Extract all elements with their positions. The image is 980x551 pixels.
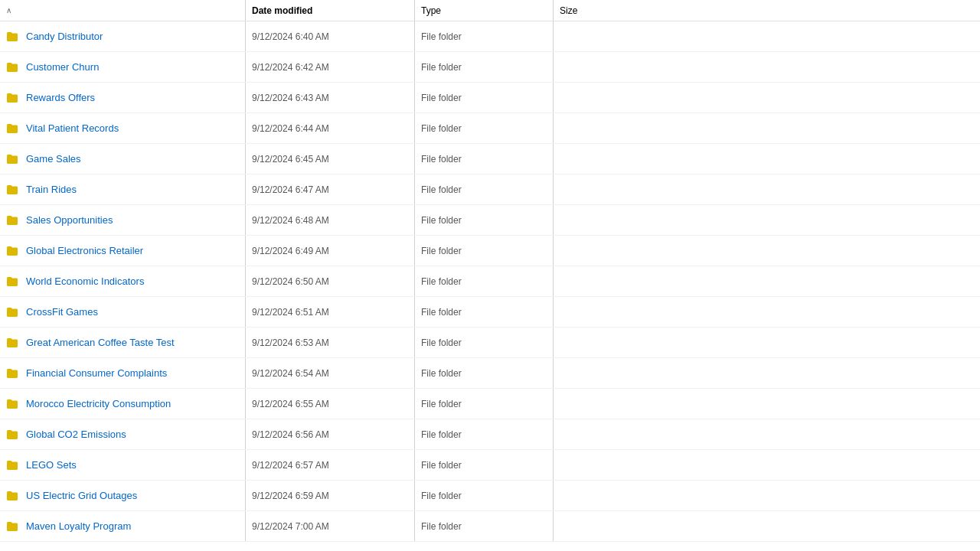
folder-icon-wrapper — [6, 122, 18, 135]
file-type: File folder — [415, 460, 553, 471]
folder-icon — [6, 92, 18, 104]
file-name: Train Rides — [0, 184, 245, 196]
col-header-date[interactable]: Date modified — [246, 5, 414, 16]
file-name-text: Candy Distributor — [26, 31, 103, 42]
file-type: File folder — [415, 93, 553, 103]
row-separator-3 — [553, 450, 554, 480]
table-row[interactable]: Game Sales 9/12/2024 6:45 AM File folder — [0, 144, 980, 174]
file-name: Game Sales — [0, 153, 245, 165]
table-row[interactable]: Global CO2 Emissions 9/12/2024 6:56 AM F… — [0, 419, 980, 450]
file-explorer: ∧ Date modified Type Size Candy Distribu… — [0, 0, 980, 551]
file-date: 9/12/2024 6:56 AM — [246, 429, 414, 440]
file-type: File folder — [415, 246, 553, 256]
folder-icon-wrapper — [6, 306, 18, 318]
folder-icon-wrapper — [6, 153, 18, 165]
table-row[interactable]: Rewards Offers 9/12/2024 6:43 AM File fo… — [0, 83, 980, 113]
row-separator-3 — [553, 266, 554, 296]
file-name-text: World Economic Indicators — [26, 276, 144, 287]
file-date: 9/12/2024 7:00 AM — [246, 521, 414, 532]
row-separator-3 — [553, 205, 554, 235]
table-row[interactable]: Financial Consumer Complaints 9/12/2024 … — [0, 358, 980, 389]
file-type: File folder — [415, 429, 553, 440]
folder-icon-wrapper — [6, 459, 18, 471]
row-separator-3 — [553, 328, 554, 357]
folder-icon-wrapper — [6, 367, 18, 380]
table-row[interactable]: Maven Loyalty Program 9/12/2024 7:00 AM … — [0, 511, 980, 542]
folder-icon-wrapper — [6, 61, 18, 73]
file-type: File folder — [415, 154, 553, 165]
file-name: World Economic Indicators — [0, 276, 245, 288]
file-date: 9/12/2024 6:57 AM — [246, 460, 414, 471]
file-date: 9/12/2024 6:40 AM — [246, 31, 414, 42]
file-name-text: Global CO2 Emissions — [26, 429, 126, 440]
file-type: File folder — [415, 184, 553, 195]
folder-icon — [6, 459, 18, 471]
file-date: 9/12/2024 6:59 AM — [246, 491, 414, 501]
table-row[interactable]: Sales Opportunities 9/12/2024 6:48 AM Fi… — [0, 205, 980, 236]
file-name: Customer Churn — [0, 61, 245, 73]
row-separator-3 — [553, 389, 554, 419]
folder-icon — [6, 153, 18, 165]
file-name-text: Global Electronics Retailer — [26, 245, 143, 256]
table-row[interactable]: Train Rides 9/12/2024 6:47 AM File folde… — [0, 174, 980, 205]
file-name: LEGO Sets — [0, 459, 245, 471]
file-name: Vital Patient Records — [0, 122, 245, 135]
file-list: Candy Distributor 9/12/2024 6:40 AM File… — [0, 21, 980, 551]
table-row[interactable]: Global Electronics Retailer 9/12/2024 6:… — [0, 236, 980, 266]
file-name-text: Vital Patient Records — [26, 122, 119, 134]
folder-icon — [6, 31, 18, 43]
folder-icon-wrapper — [6, 214, 18, 227]
sort-arrow-up: ∧ — [6, 6, 11, 15]
col-header-size: Size — [554, 5, 645, 16]
folder-icon — [6, 276, 18, 288]
folder-icon-wrapper — [6, 429, 18, 441]
file-name-text: Great American Coffee Taste Test — [26, 337, 175, 348]
file-date: 9/12/2024 6:50 AM — [246, 276, 414, 287]
file-type: File folder — [415, 337, 553, 348]
file-name: Financial Consumer Complaints — [0, 367, 245, 380]
row-separator-3 — [553, 481, 554, 510]
row-separator-3 — [553, 297, 554, 327]
table-row[interactable]: Morocco Electricity Consumption 9/12/202… — [0, 389, 980, 419]
file-name-text: Financial Consumer Complaints — [26, 367, 167, 379]
folder-icon — [6, 367, 18, 380]
table-row[interactable]: World Economic Indicators 9/12/2024 6:50… — [0, 266, 980, 297]
file-name-text: Rewards Offers — [26, 92, 95, 103]
file-type: File folder — [415, 521, 553, 532]
row-separator-3 — [553, 174, 554, 204]
file-name-text: Train Rides — [26, 184, 77, 195]
file-date: 9/12/2024 6:49 AM — [246, 246, 414, 256]
row-separator-3 — [553, 144, 554, 174]
folder-icon — [6, 61, 18, 73]
file-date: 9/12/2024 6:48 AM — [246, 215, 414, 226]
table-row[interactable]: CrossFit Games 9/12/2024 6:51 AM File fo… — [0, 297, 980, 328]
folder-icon — [6, 214, 18, 227]
file-name: Candy Distributor — [0, 31, 245, 43]
file-name-text: Morocco Electricity Consumption — [26, 398, 171, 409]
file-name: Morocco Electricity Consumption — [0, 398, 245, 410]
column-headers: ∧ Date modified Type Size — [0, 0, 980, 21]
folder-icon — [6, 490, 18, 502]
file-name-text: CrossFit Games — [26, 306, 98, 318]
file-name-text: Customer Churn — [26, 61, 99, 73]
table-row[interactable]: Candy Distributor 9/12/2024 6:40 AM File… — [0, 21, 980, 52]
file-name: Rewards Offers — [0, 92, 245, 104]
folder-icon — [6, 245, 18, 257]
file-date: 9/12/2024 6:45 AM — [246, 154, 414, 165]
file-date: 9/12/2024 6:47 AM — [246, 184, 414, 195]
table-row[interactable]: US Electric Grid Outages 9/12/2024 6:59 … — [0, 481, 980, 511]
row-separator-3 — [553, 83, 554, 112]
table-row[interactable]: Customer Churn 9/12/2024 6:42 AM File fo… — [0, 52, 980, 83]
folder-icon-wrapper — [6, 245, 18, 257]
file-type: File folder — [415, 491, 553, 501]
file-name: Global Electronics Retailer — [0, 245, 245, 257]
table-row[interactable]: Vital Patient Records 9/12/2024 6:44 AM … — [0, 113, 980, 144]
file-name-text: Game Sales — [26, 153, 81, 165]
row-separator-3 — [553, 113, 554, 143]
file-type: File folder — [415, 307, 553, 318]
folder-icon-wrapper — [6, 276, 18, 288]
table-row[interactable]: LEGO Sets 9/12/2024 6:57 AM File folder — [0, 450, 980, 481]
col-header-type: Type — [415, 5, 553, 16]
row-separator-3 — [553, 358, 554, 388]
table-row[interactable]: Great American Coffee Taste Test 9/12/20… — [0, 328, 980, 358]
